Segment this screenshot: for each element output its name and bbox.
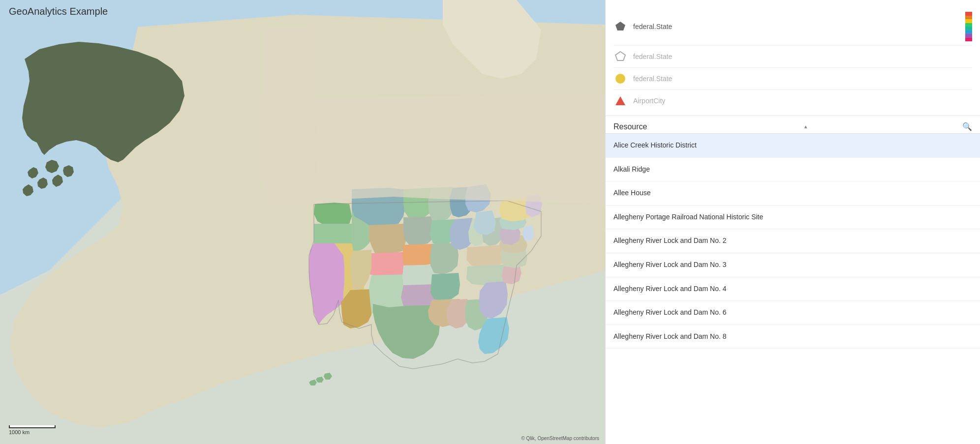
scale-label: 1000 km	[9, 429, 30, 435]
legend-label-2: federal.State	[633, 53, 972, 60]
legend-item-federal-state-circle[interactable]: federal.State	[613, 68, 972, 90]
search-icon[interactable]: 🔍	[962, 122, 972, 131]
resource-list-item[interactable]: Allegheny River Lock and Dam No. 3	[606, 253, 980, 277]
legend-item-airport-city[interactable]: AirportCity	[613, 90, 972, 112]
right-panel: federal.State federal.State	[605, 0, 980, 444]
resource-header: Resource ▲ 🔍	[606, 116, 980, 134]
resource-section: Resource ▲ 🔍 Alice Creek Historic Distri…	[606, 116, 980, 444]
resource-list-item[interactable]: Alice Creek Historic District	[606, 134, 980, 158]
resource-list-item[interactable]: Allegheny River Lock and Dam No. 6	[606, 301, 980, 325]
map-svg	[0, 0, 605, 444]
pentagon-outline-icon	[613, 50, 627, 63]
resource-list-item[interactable]: Alkali Ridge	[606, 158, 980, 182]
resource-list-item[interactable]: Allegheny River Lock and Dam No. 8	[606, 325, 980, 349]
legend-label-3: federal.State	[633, 75, 972, 83]
map-attribution: © Qlik, OpenStreetMap contributors	[521, 436, 599, 441]
legend-section: federal.State federal.State	[606, 0, 980, 116]
map-container: 1000 km © Qlik, OpenStreetMap contributo…	[0, 0, 605, 444]
legend-label-4: AirportCity	[633, 97, 972, 105]
resource-list-item[interactable]: Allegheny River Lock and Dam No. 4	[606, 277, 980, 301]
scale-bar: 1000 km	[9, 425, 56, 435]
resource-section-title: Resource	[613, 122, 647, 131]
circle-icon	[613, 72, 627, 86]
triangle-icon	[613, 94, 627, 108]
legend-item-federal-state-outline[interactable]: federal.State	[613, 46, 972, 68]
app-title: GeoAnalytics Example	[9, 6, 108, 17]
svg-marker-1	[615, 22, 625, 30]
resource-list-item[interactable]: Allegheny Portage Railroad National Hist…	[606, 206, 980, 230]
resource-list[interactable]: Alice Creek Historic DistrictAlkali Ridg…	[606, 134, 980, 444]
pentagon-filled-icon	[613, 20, 627, 33]
color-stripe-1	[965, 12, 972, 41]
resource-list-item[interactable]: Allegheny River Lock and Dam No. 2	[606, 229, 980, 253]
sort-indicator: ▲	[803, 124, 808, 129]
resource-list-item[interactable]: Allee House	[606, 181, 980, 206]
legend-label-1: federal.State	[633, 23, 965, 30]
legend-item-federal-state-filled[interactable]: federal.State	[613, 8, 972, 46]
svg-marker-2	[615, 52, 625, 60]
